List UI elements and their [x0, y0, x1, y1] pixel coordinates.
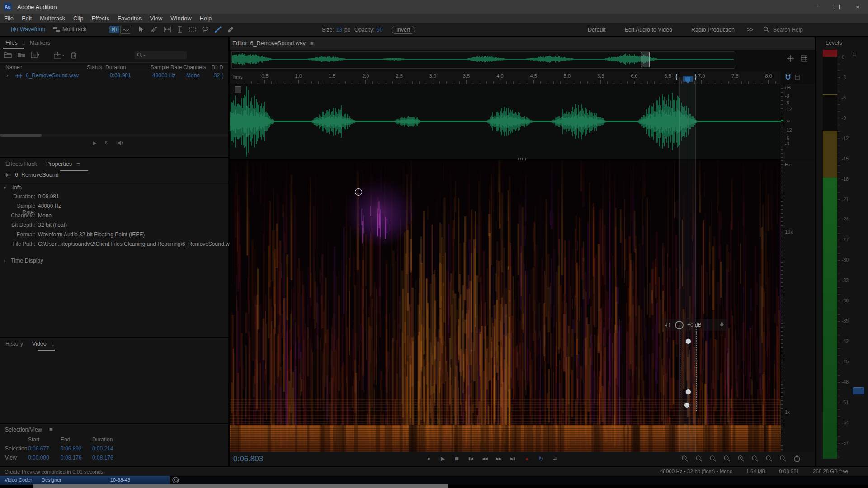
info-section-header[interactable]: Info	[4, 184, 22, 191]
menu-item-multitrack[interactable]: Multitrack	[36, 15, 69, 22]
tab-files[interactable]: Files	[1, 38, 22, 48]
file-row[interactable]: ›6_RemoveSound.wav0:08.98148000 HzMono32…	[0, 71, 228, 80]
loop-button[interactable]: ↻	[535, 454, 546, 464]
menu-item-favorites[interactable]: Favorites	[113, 15, 146, 22]
taskbar-item[interactable]: 10-38-43	[110, 477, 130, 483]
lasso-selection-tool-icon[interactable]	[201, 25, 210, 33]
multitrack-view-button[interactable]: Multitrack	[51, 25, 89, 34]
selection-left-edge[interactable]	[680, 327, 680, 411]
show-spectrogram-toggle[interactable]	[120, 26, 131, 34]
preview-autoplay-icon[interactable]	[117, 141, 123, 145]
value-duration[interactable]: 0:00.214	[92, 446, 113, 452]
menu-item-edit[interactable]: Edit	[18, 15, 36, 22]
zoom-full-button[interactable]	[778, 454, 788, 463]
zoom-selection-button[interactable]	[764, 454, 774, 463]
hud-gain-knob[interactable]	[675, 321, 684, 329]
panel-menu-icon[interactable]	[49, 426, 53, 433]
razor-tool-icon[interactable]	[150, 25, 159, 33]
files-search-input[interactable]	[135, 51, 187, 59]
show-waveform-toggle[interactable]	[109, 26, 119, 33]
new-file-icon[interactable]	[31, 52, 39, 58]
overview-range-indicator[interactable]	[641, 52, 650, 67]
playhead-time-display[interactable]: 0:06.803	[233, 455, 263, 464]
magnet-icon[interactable]	[785, 74, 791, 80]
taskbar-item[interactable]: Video Coder	[5, 477, 32, 483]
zoom-out-vertical-button[interactable]	[750, 454, 760, 463]
selection-handle-bottom[interactable]	[684, 402, 690, 408]
tab-video[interactable]: Video	[28, 339, 51, 349]
zoom-out-horizontal-button[interactable]	[722, 454, 732, 463]
column-header-bit-d[interactable]: Bit D	[212, 64, 223, 70]
column-header-duration[interactable]: Duration	[105, 64, 126, 70]
taskbar-active-group[interactable]: Video CoderDesigner10-38-43	[0, 476, 170, 485]
open-file-icon[interactable]	[4, 52, 13, 58]
waveform-panel-icon[interactable]	[235, 86, 241, 93]
column-header-status[interactable]: Status	[87, 64, 102, 70]
menu-item-help[interactable]: Help	[196, 15, 216, 22]
preview-play-icon[interactable]: ▶	[93, 140, 96, 146]
size-value[interactable]: 13	[336, 27, 342, 33]
editor-panel-menu-icon[interactable]	[310, 40, 314, 47]
workspace-overflow-button[interactable]: >>	[747, 23, 753, 36]
pause-button[interactable]: ▮▮	[451, 454, 462, 464]
column-header-sample-rate[interactable]: Sample Rate	[151, 64, 182, 70]
zoom-in-vertical-button[interactable]	[736, 454, 746, 463]
waveform-view-button[interactable]: Waveform	[8, 25, 48, 34]
levels-panel-menu-icon[interactable]	[853, 51, 856, 57]
record-button[interactable]: ●	[521, 454, 532, 464]
tab-history[interactable]: History	[1, 339, 28, 349]
trash-icon[interactable]	[71, 52, 77, 59]
export-file-icon[interactable]	[53, 52, 64, 59]
playhead-line[interactable]	[688, 77, 688, 452]
value-end[interactable]: 0:06.892	[61, 446, 82, 452]
opacity-value[interactable]: 50	[377, 27, 382, 33]
zoom-in-button[interactable]	[680, 454, 690, 463]
waveform-display[interactable]	[230, 84, 781, 159]
time-display-section-header[interactable]: Time Display	[4, 258, 43, 264]
selection-right-edge[interactable]	[696, 327, 697, 411]
pan-icon[interactable]	[787, 55, 794, 62]
paintbrush-selection-tool-icon[interactable]	[213, 25, 222, 33]
value-end[interactable]: 0:08.176	[61, 455, 82, 461]
column-header-channels[interactable]: Channels	[183, 64, 206, 70]
help-search-input[interactable]: Search Help	[773, 23, 803, 36]
zoom-out-button[interactable]	[694, 454, 704, 463]
panel-menu-icon[interactable]	[22, 40, 25, 47]
minimize-button[interactable]	[806, 0, 826, 14]
value-start[interactable]: 0:06.677	[28, 446, 49, 452]
selection-start-brace[interactable]: {	[675, 72, 678, 80]
tab-properties[interactable]: Properties	[42, 159, 76, 169]
files-hscrollbar-thumb[interactable]	[0, 134, 42, 137]
value-duration[interactable]: 0:08.176	[92, 455, 113, 461]
slip-tool-icon[interactable]	[163, 25, 172, 33]
timer-button[interactable]	[792, 454, 802, 463]
invert-button[interactable]: Invert	[392, 26, 415, 34]
taskbar-item[interactable]: Designer	[42, 477, 61, 483]
move-tool-icon[interactable]	[137, 25, 146, 33]
zoom-in-horizontal-button[interactable]	[708, 454, 718, 463]
files-hscrollbar[interactable]	[0, 134, 228, 137]
collapsed-panel-chip[interactable]	[853, 387, 864, 394]
grid-icon[interactable]	[801, 55, 807, 62]
spectral-display[interactable]	[230, 160, 781, 452]
expand-caret-icon[interactable]: ›	[6, 72, 8, 79]
workspace-radio-production[interactable]: Radio Production	[691, 27, 735, 33]
panel-menu-icon[interactable]	[51, 341, 55, 347]
skip-selection-button[interactable]: ⇄	[549, 454, 560, 464]
preview-loop-icon[interactable]: ↻	[104, 140, 108, 146]
menu-item-effects[interactable]: Effects	[87, 15, 113, 22]
value-start[interactable]: 0:00.000	[28, 455, 49, 461]
workspace-default[interactable]: Default	[588, 27, 606, 33]
stop-button[interactable]: ■	[423, 454, 434, 464]
maximize-button[interactable]	[826, 0, 847, 14]
close-button[interactable]: ×	[847, 0, 868, 14]
skip-to-end-button[interactable]: ▶▮	[507, 454, 518, 464]
selection-handle-middle[interactable]	[685, 389, 691, 395]
menu-item-window[interactable]: Window	[166, 15, 195, 22]
time-selection-tool-icon[interactable]	[175, 25, 184, 33]
play-button[interactable]: ▶	[437, 454, 448, 464]
tab-markers[interactable]: Markers	[25, 38, 55, 48]
timeline-options-icon[interactable]	[795, 75, 800, 80]
column-header-name[interactable]: Name	[5, 64, 20, 70]
fast-forward-button[interactable]: ▶▶	[493, 454, 504, 464]
